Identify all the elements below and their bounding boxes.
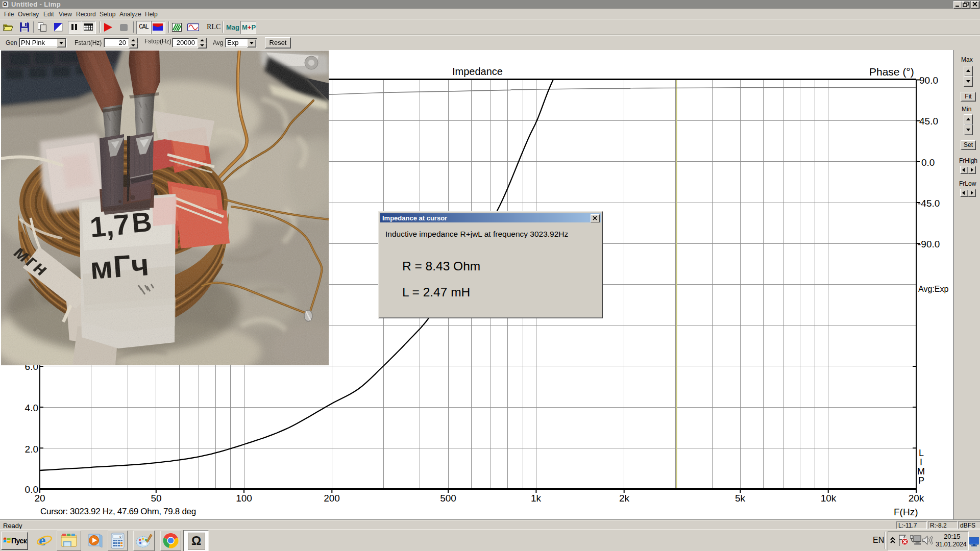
svg-text:e: e: [39, 532, 45, 548]
svg-text:0: 0: [119, 535, 121, 539]
svg-text:Ω: Ω: [3, 2, 7, 7]
